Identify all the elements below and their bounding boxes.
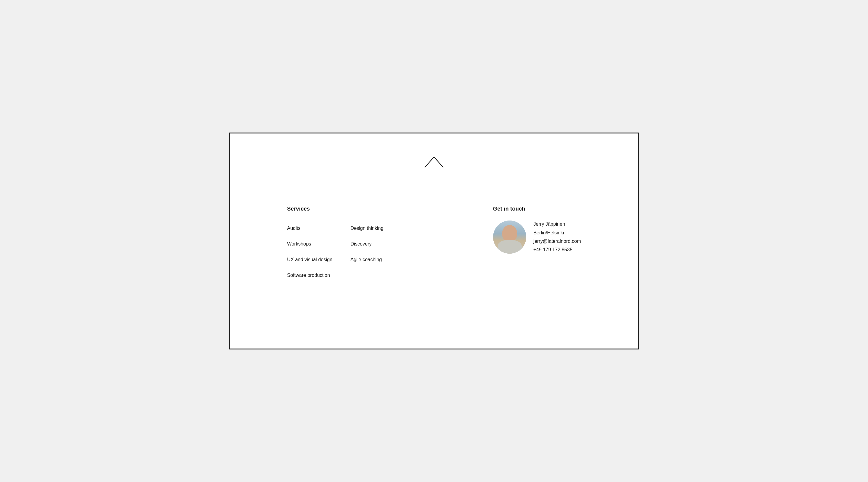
service-software-production[interactable]: Software production [287, 267, 333, 283]
services-columns: Audits Workshops UX and visual design So… [287, 221, 384, 283]
contact-email[interactable]: jerry@lateralnord.com [533, 238, 581, 245]
service-audits[interactable]: Audits [287, 221, 333, 236]
contact-location: Berlin/Helsinki [533, 230, 581, 236]
service-agile-coaching[interactable]: Agile coaching [350, 252, 383, 267]
contact-card: Jerry Jäppinen Berlin/Helsinki jerry@lat… [493, 221, 581, 254]
services-column-1: Audits Workshops UX and visual design So… [287, 221, 333, 283]
content-area: Services Audits Workshops UX and visual … [230, 206, 638, 283]
contact-info: Jerry Jäppinen Berlin/Helsinki jerry@lat… [533, 221, 581, 253]
services-heading: Services [287, 206, 384, 212]
page-frame: Services Audits Workshops UX and visual … [229, 133, 639, 349]
contact-section: Get in touch Jerry Jäppinen Berlin/Helsi… [493, 206, 581, 254]
services-column-2: Design thinking Discovery Agile coaching [350, 221, 383, 283]
service-discovery[interactable]: Discovery [350, 236, 383, 252]
contact-heading: Get in touch [493, 206, 581, 212]
contact-phone[interactable]: +49 179 172 8535 [533, 247, 581, 253]
avatar [493, 221, 526, 254]
service-design-thinking[interactable]: Design thinking [350, 221, 383, 236]
scroll-to-top-button[interactable] [424, 155, 444, 170]
service-ux-visual-design[interactable]: UX and visual design [287, 252, 333, 267]
service-workshops[interactable]: Workshops [287, 236, 333, 252]
contact-name: Jerry Jäppinen [533, 221, 581, 227]
services-section: Services Audits Workshops UX and visual … [287, 206, 384, 283]
avatar-image [493, 221, 526, 254]
